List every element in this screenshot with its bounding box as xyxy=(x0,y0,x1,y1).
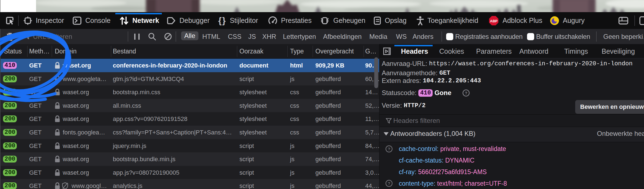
svg-text:?: ? xyxy=(465,91,467,95)
svg-text:?: ? xyxy=(388,147,390,151)
svg-text:?: ? xyxy=(388,181,390,186)
svg-text:ABP: ABP xyxy=(490,19,498,23)
